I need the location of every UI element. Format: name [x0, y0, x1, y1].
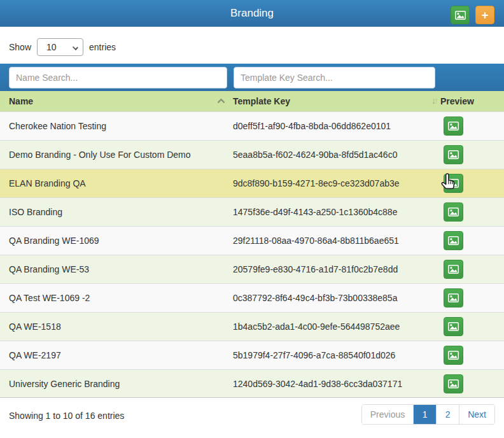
row-name: Demo Branding - Only Use For Custom Demo	[9, 150, 233, 160]
sort-asc-icon	[217, 98, 225, 106]
preview-button[interactable]	[444, 117, 463, 136]
length-select-wrap: 10	[37, 38, 83, 56]
picture-icon	[448, 293, 459, 302]
row-name: University Generic Branding	[9, 379, 233, 389]
row-name: ISO Branding	[9, 207, 233, 217]
column-header-name[interactable]: Name	[9, 96, 233, 106]
pagination: Previous 1 2 Next	[361, 404, 495, 425]
branding-page: Branding + Show 10 entries Name Te	[0, 0, 504, 438]
add-branding-button[interactable]: +	[475, 6, 494, 24]
row-template-key: 1b4ac5b2-ada1-4c00-9efe-564498752aee	[233, 321, 440, 332]
preview-button[interactable]	[444, 231, 463, 250]
table-row[interactable]: QA WE-1518 1b4ac5b2-ada1-4c00-9efe-56449…	[0, 312, 504, 341]
preview-button[interactable]	[444, 374, 463, 393]
entries-info: Showing 1 to 10 of 16 entries	[9, 411, 124, 421]
picture-icon	[448, 351, 459, 360]
table-row[interactable]: QA WE-2197 5b1979f4-27f7-4096-a7ca-88540…	[0, 341, 504, 369]
filter-bar	[0, 64, 504, 91]
preview-button[interactable]	[444, 260, 463, 279]
preview-button[interactable]	[444, 174, 463, 193]
page-title: Branding	[230, 7, 274, 20]
picture-icon	[448, 322, 459, 331]
title-bar-actions: +	[451, 6, 494, 24]
table-row[interactable]: QA Branding WE-1069 29f21118-08aa-4970-8…	[0, 226, 504, 255]
title-bar: Branding +	[0, 0, 504, 27]
preview-button[interactable]	[444, 202, 463, 222]
table-body: Cherokee Nation Testing d0eff5f1-af90-4f…	[0, 111, 504, 398]
row-template-key: d0eff5f1-af90-4fba-8bda-06dd862e0101	[233, 121, 440, 131]
row-template-key: 1240d569-3042-4ad1-9d38-6cc3da037171	[233, 379, 440, 389]
table-row[interactable]: QA Branding WE-53 20579fe9-e830-4716-a1d…	[0, 255, 504, 283]
row-name: QA Branding WE-1069	[9, 236, 233, 246]
entries-select[interactable]: 10	[37, 38, 83, 56]
table-row[interactable]: ELAN Branding QA 9dc8f890-b159-4271-8ec9…	[0, 169, 504, 197]
row-name: QA Test WE-1069 -2	[9, 293, 233, 303]
length-label-after: entries	[89, 42, 116, 52]
pagination-page-2[interactable]: 2	[436, 405, 459, 424]
row-template-key: 1475f36e-d49f-4143-a250-1c1360b4c88e	[233, 207, 440, 217]
picture-icon	[448, 379, 459, 388]
picture-icon	[448, 265, 459, 274]
pagination-page-1[interactable]: 1	[413, 405, 436, 424]
row-name: QA Branding WE-53	[9, 264, 233, 274]
table-row[interactable]: University Generic Branding 1240d569-304…	[0, 369, 504, 398]
row-template-key: 5eaa8b5a-f602-4624-90ba-8fd5d1ac46c0	[233, 150, 440, 160]
row-name: ELAN Branding QA	[9, 178, 233, 188]
length-menu: Show 10 entries	[0, 27, 504, 64]
table-row[interactable]: Demo Branding - Only Use For Custom Demo…	[0, 140, 504, 169]
table-row[interactable]: Cherokee Nation Testing d0eff5f1-af90-4f…	[0, 111, 504, 140]
preview-button[interactable]	[444, 145, 463, 164]
sort-both-icon: ↓↑	[431, 95, 437, 106]
table-footer: Showing 1 to 10 of 16 entries Previous 1…	[0, 398, 504, 438]
table-header: Name Template Key ↓↑ Preview	[0, 91, 504, 111]
row-name: Cherokee Nation Testing	[9, 121, 233, 131]
preview-all-button[interactable]	[451, 6, 470, 24]
picture-icon	[448, 122, 459, 131]
column-header-template-key[interactable]: Template Key ↓↑	[233, 96, 440, 106]
row-template-key: 29f21118-08aa-4970-86a4-8b811b6ae651	[233, 236, 440, 246]
preview-button[interactable]	[444, 346, 463, 365]
preview-button[interactable]	[444, 317, 463, 336]
pagination-next[interactable]: Next	[459, 405, 494, 424]
column-header-preview: Preview	[440, 96, 504, 106]
row-name: QA WE-1518	[9, 321, 233, 332]
name-search-input[interactable]	[9, 67, 227, 88]
row-template-key: 9dc8f890-b159-4271-8ec9-ce323d07ab3e	[233, 178, 440, 188]
picture-icon	[448, 236, 459, 245]
row-template-key: 20579fe9-e830-4716-a1d7-81f0c2b7e8dd	[233, 264, 440, 274]
template-key-search-input[interactable]	[234, 67, 435, 88]
length-label-before: Show	[9, 42, 31, 52]
row-name: QA WE-2197	[9, 350, 233, 360]
table-row[interactable]: ISO Branding 1475f36e-d49f-4143-a250-1c1…	[0, 197, 504, 226]
picture-icon	[448, 150, 459, 159]
picture-icon	[455, 11, 466, 20]
pagination-previous[interactable]: Previous	[362, 405, 413, 424]
row-template-key: 5b1979f4-27f7-4096-a7ca-88540f01d026	[233, 350, 440, 360]
table-row[interactable]: QA Test WE-1069 -2 0c387792-8f64-49c4-bf…	[0, 283, 504, 312]
picture-icon	[448, 208, 459, 216]
picture-icon	[448, 179, 459, 188]
preview-button[interactable]	[444, 288, 463, 307]
row-template-key: 0c387792-8f64-49c4-bf3b-73b00338e85a	[233, 293, 440, 303]
